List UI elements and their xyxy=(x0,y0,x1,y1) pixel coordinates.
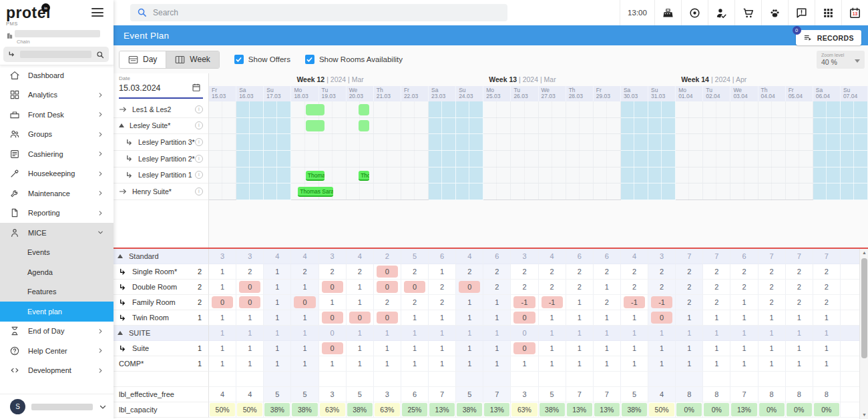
calendar-cell[interactable] xyxy=(264,101,291,118)
calendar-cell[interactable] xyxy=(236,151,264,167)
calendar-cell[interactable] xyxy=(621,101,648,118)
sidebar-item-analytics[interactable]: Analytics xyxy=(0,85,114,105)
event-block[interactable] xyxy=(306,120,324,131)
info-icon[interactable]: i xyxy=(195,105,203,113)
calendar-cell[interactable] xyxy=(209,151,236,167)
calendar-cell[interactable] xyxy=(483,134,511,151)
calendar-cell[interactable] xyxy=(483,167,511,184)
calendar-cell[interactable] xyxy=(209,118,236,135)
calendar-cell[interactable] xyxy=(209,101,236,118)
calendar-cell[interactable] xyxy=(594,118,621,135)
room-row-lesley-partition-3[interactable]: Lesley Partition 3*i xyxy=(114,134,208,151)
calendar-cell[interactable] xyxy=(566,101,594,118)
sidebar-item-housekeeping[interactable]: Housekeeping xyxy=(0,164,114,184)
calendar-cell[interactable] xyxy=(841,134,868,151)
search-input[interactable] xyxy=(153,4,500,21)
room-row-lesley-suite[interactable]: Lesley Suite*i xyxy=(114,118,208,135)
calendar-cell[interactable] xyxy=(319,134,347,151)
sidebar-item-front-desk[interactable]: Front Desk xyxy=(0,105,114,125)
calendar-cell[interactable] xyxy=(730,118,758,135)
calendar-cell[interactable] xyxy=(621,118,648,135)
sidebar-item-groups[interactable]: Groups xyxy=(0,125,114,145)
calendar-cell[interactable] xyxy=(786,118,813,135)
event-block[interactable] xyxy=(359,104,369,115)
collapse-icon[interactable] xyxy=(119,123,124,127)
calendar-cell[interactable] xyxy=(374,183,401,200)
calendar-cell[interactable] xyxy=(483,118,511,135)
calendar-cell[interactable] xyxy=(758,134,786,151)
calendar-cell[interactable] xyxy=(730,101,758,118)
calendar-cell[interactable] xyxy=(594,167,621,184)
calendar-cell[interactable] xyxy=(621,151,648,167)
calendar-cell[interactable] xyxy=(429,151,456,167)
chain-selector[interactable]: Chain xyxy=(6,30,106,42)
calendar-cell[interactable] xyxy=(374,118,401,135)
calendar-cell[interactable] xyxy=(401,167,429,184)
calendar-cell[interactable] xyxy=(511,101,538,118)
calendar-cell[interactable] xyxy=(648,167,676,184)
event-block[interactable]: Thomas xyxy=(359,171,369,181)
calendar-cell[interactable] xyxy=(456,101,483,118)
calendar-cell[interactable] xyxy=(264,151,291,167)
sidebar-item-event-plan[interactable]: Event plan xyxy=(0,302,114,322)
calendar-cell[interactable] xyxy=(676,183,703,200)
calendar-cell[interactable] xyxy=(236,183,264,200)
sidebar-item-help-center[interactable]: Help Center xyxy=(0,341,114,361)
calendar-cell[interactable] xyxy=(841,183,868,200)
room-row-lesley-partition-1[interactable]: Lesley Partition 1i xyxy=(114,167,208,184)
calendar-cell[interactable] xyxy=(841,167,868,184)
calendar-cell[interactable] xyxy=(264,134,291,151)
calendar-button[interactable]: 13 xyxy=(841,0,868,25)
calendar-cell[interactable] xyxy=(786,183,813,200)
calendar-cell[interactable] xyxy=(594,151,621,167)
calendar-cell[interactable] xyxy=(429,183,456,200)
calendar-cell[interactable] xyxy=(236,101,264,118)
calendar-cell[interactable] xyxy=(813,167,841,184)
sidebar-item-development[interactable]: Development xyxy=(0,361,114,381)
event-block[interactable]: Thomas Sarah I xyxy=(298,187,333,197)
calendar-cell[interactable] xyxy=(456,118,483,135)
calendar-cell[interactable] xyxy=(758,151,786,167)
calendar-cell[interactable] xyxy=(648,183,676,200)
sidebar-item-end-of-day[interactable]: End of Day xyxy=(0,322,114,342)
calendar-cell[interactable] xyxy=(539,183,566,200)
calendar-cell[interactable] xyxy=(786,101,813,118)
info-icon[interactable]: i xyxy=(195,138,203,146)
info-icon[interactable]: i xyxy=(195,121,203,129)
calendar-cell[interactable] xyxy=(594,183,621,200)
calendar-cell[interactable] xyxy=(676,118,703,135)
calendar-cell[interactable] xyxy=(401,183,429,200)
calendar-cell[interactable] xyxy=(758,101,786,118)
show-offers-checkbox[interactable]: Show Offers xyxy=(234,55,290,64)
scroll-up-arrow[interactable]: ▲ xyxy=(860,249,868,257)
calendar-cell[interactable] xyxy=(758,167,786,184)
calendar-cell[interactable] xyxy=(209,183,236,200)
calendar-cell[interactable] xyxy=(594,101,621,118)
calendar-cell[interactable] xyxy=(566,167,594,184)
calendar-cell[interactable] xyxy=(456,183,483,200)
record-button[interactable] xyxy=(681,0,708,25)
calendar-cell[interactable] xyxy=(786,151,813,167)
calendar-cell[interactable] xyxy=(401,151,429,167)
calendar-cell[interactable] xyxy=(676,167,703,184)
calendar-cell[interactable] xyxy=(703,101,730,118)
calendar-cell[interactable] xyxy=(539,134,566,151)
calendar-cell[interactable] xyxy=(539,118,566,135)
calendar-picker-icon[interactable] xyxy=(192,83,201,92)
calendar-cell[interactable] xyxy=(566,151,594,167)
calendar-cell[interactable] xyxy=(813,183,841,200)
sidebar-item-agenda[interactable]: Agenda xyxy=(0,262,114,282)
sidebar-item-features[interactable]: Features xyxy=(0,282,114,302)
calendar-cell[interactable] xyxy=(703,134,730,151)
event-block[interactable] xyxy=(359,120,369,131)
calendar-cell[interactable] xyxy=(483,151,511,167)
calendar-cell[interactable] xyxy=(730,134,758,151)
apps-button[interactable] xyxy=(815,0,841,25)
calendar-cell[interactable] xyxy=(483,183,511,200)
zoom-level-dropdown[interactable]: Zoom level 40 % xyxy=(817,51,865,69)
calendar-cell[interactable] xyxy=(841,151,868,167)
calendar-cell[interactable] xyxy=(539,151,566,167)
calendar-cell[interactable] xyxy=(319,151,347,167)
week-view-button[interactable]: Week xyxy=(166,51,218,68)
user-menu[interactable]: S xyxy=(0,394,114,419)
